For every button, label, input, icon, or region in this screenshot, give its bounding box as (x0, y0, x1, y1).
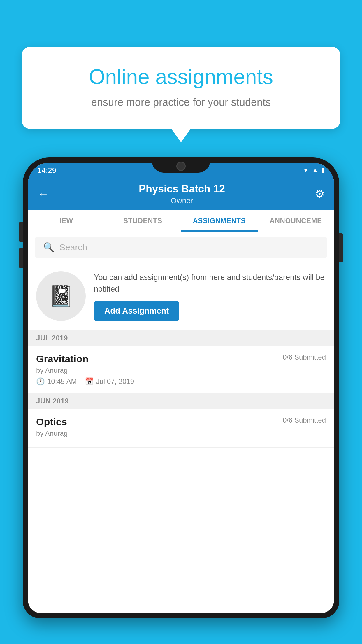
search-box[interactable]: 🔍 Search (35, 237, 327, 258)
settings-icon[interactable]: ⚙ (315, 188, 325, 200)
status-icons: ▼ ▲ ▮ (303, 167, 325, 174)
assignment-meta: 🕐 10:45 AM 📅 Jul 07, 2019 (36, 377, 326, 386)
phone-screen: 14:29 ▼ ▲ ▮ ← Physics Batch 12 Owner ⚙ (28, 163, 334, 613)
phone-container: 14:29 ▼ ▲ ▮ ← Physics Batch 12 Owner ⚙ (23, 158, 339, 644)
header-subtitle: Owner (139, 196, 225, 205)
assignment-optics[interactable]: Optics 0/6 Submitted by Anurag (28, 409, 334, 448)
notebook-icon: 📓 (48, 284, 74, 308)
assignment-name: Gravitation (36, 353, 88, 365)
section-jul-2019: JUL 2019 (28, 330, 334, 346)
calendar-icon: 📅 (85, 377, 94, 386)
promo-icon-circle: 📓 (36, 271, 86, 321)
tab-assignments[interactable]: ASSIGNMENTS (181, 210, 258, 232)
tab-iew[interactable]: IEW (28, 210, 105, 232)
search-placeholder: Search (59, 242, 87, 252)
tab-announcements[interactable]: ANNOUNCEME (258, 210, 334, 232)
promo-card: 📓 You can add assignment(s) from here an… (28, 262, 334, 330)
assignment-submitted-optics: 0/6 Submitted (283, 416, 326, 424)
assignment-gravitation[interactable]: Gravitation 0/6 Submitted by Anurag 🕐 10… (28, 346, 334, 393)
tooltip-title: Online assignments (42, 64, 320, 89)
assignment-header: Gravitation 0/6 Submitted (36, 353, 326, 365)
header-center: Physics Batch 12 Owner (139, 183, 225, 205)
promo-content: You can add assignment(s) from here and … (94, 272, 326, 321)
assignment-submitted: 0/6 Submitted (283, 353, 326, 361)
tooltip-card: Online assignments ensure more practice … (22, 47, 340, 129)
signal-icon: ▲ (312, 167, 318, 174)
volume-up-button[interactable] (19, 222, 23, 242)
assignment-by-optics: by Anurag (36, 429, 326, 438)
front-camera (176, 162, 186, 171)
assignment-time: 🕐 10:45 AM (36, 377, 77, 386)
power-button[interactable] (339, 233, 343, 262)
assignment-header-optics: Optics 0/6 Submitted (36, 416, 326, 428)
tooltip-subtitle: ensure more practice for your students (42, 96, 320, 108)
wifi-icon: ▼ (303, 167, 309, 174)
app-header: ← Physics Batch 12 Owner ⚙ (28, 178, 334, 210)
assignment-by: by Anurag (36, 366, 326, 374)
phone-outer: 14:29 ▼ ▲ ▮ ← Physics Batch 12 Owner ⚙ (23, 158, 339, 618)
tab-students[interactable]: STUDENTS (105, 210, 181, 232)
search-icon: 🔍 (43, 242, 55, 253)
assignment-date: 📅 Jul 07, 2019 (85, 377, 134, 386)
phone-notch (152, 158, 210, 173)
section-jun-2019: JUN 2019 (28, 393, 334, 409)
battery-icon: ▮ (321, 167, 325, 174)
volume-down-button[interactable] (19, 248, 23, 268)
back-button[interactable]: ← (37, 188, 49, 201)
header-title: Physics Batch 12 (139, 183, 225, 195)
clock-icon: 🕐 (36, 377, 45, 386)
status-time: 14:29 (37, 166, 56, 175)
add-assignment-button[interactable]: Add Assignment (94, 301, 179, 321)
tabs-bar: IEW STUDENTS ASSIGNMENTS ANNOUNCEME (28, 210, 334, 232)
assignment-name-optics: Optics (36, 416, 67, 428)
search-container: 🔍 Search (28, 232, 334, 262)
promo-text: You can add assignment(s) from here and … (94, 272, 326, 295)
